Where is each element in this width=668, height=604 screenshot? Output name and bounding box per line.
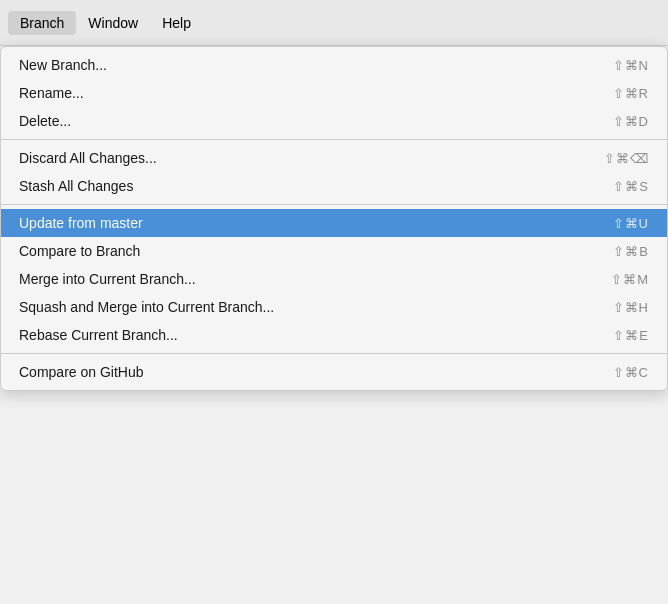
menu-item-label: Compare on GitHub	[19, 364, 144, 380]
menu-item-label: Merge into Current Branch...	[19, 271, 196, 287]
menu-item-label: Rename...	[19, 85, 84, 101]
menu-item-label: New Branch...	[19, 57, 107, 73]
menu-item-label: Stash All Changes	[19, 178, 133, 194]
menu-separator	[1, 204, 667, 205]
menu-bar: Branch Window Help	[0, 0, 668, 46]
menu-item-label: Update from master	[19, 215, 143, 231]
menu-item-rename-[interactable]: Rename...⇧⌘R	[1, 79, 667, 107]
menu-item-shortcut: ⇧⌘U	[613, 216, 649, 231]
menu-item-label: Discard All Changes...	[19, 150, 157, 166]
menu-item-label: Rebase Current Branch...	[19, 327, 178, 343]
menu-item-shortcut: ⇧⌘N	[613, 58, 649, 73]
menu-separator	[1, 139, 667, 140]
menu-bar-branch[interactable]: Branch	[8, 11, 76, 35]
menu-item-label: Squash and Merge into Current Branch...	[19, 299, 274, 315]
menu-separator	[1, 353, 667, 354]
menu-item-merge-into-current-branch-[interactable]: Merge into Current Branch...⇧⌘M	[1, 265, 667, 293]
menu-item-discard-all-changes-[interactable]: Discard All Changes...⇧⌘⌫	[1, 144, 667, 172]
menu-item-shortcut: ⇧⌘M	[611, 272, 649, 287]
menu-item-shortcut: ⇧⌘E	[613, 328, 649, 343]
menu-item-shortcut: ⇧⌘S	[613, 179, 649, 194]
menu-item-rebase-current-branch-[interactable]: Rebase Current Branch...⇧⌘E	[1, 321, 667, 349]
dropdown-menu: New Branch...⇧⌘NRename...⇧⌘RDelete...⇧⌘D…	[0, 46, 668, 391]
menu-item-shortcut: ⇧⌘⌫	[604, 151, 649, 166]
menu-item-shortcut: ⇧⌘D	[613, 114, 649, 129]
menu-item-compare-on-github[interactable]: Compare on GitHub⇧⌘C	[1, 358, 667, 386]
menu-item-shortcut: ⇧⌘C	[613, 365, 649, 380]
menu-item-shortcut: ⇧⌘R	[613, 86, 649, 101]
menu-item-update-from-master[interactable]: Update from master⇧⌘U	[1, 209, 667, 237]
menu-item-compare-to-branch[interactable]: Compare to Branch⇧⌘B	[1, 237, 667, 265]
menu-item-squash-and-merge-into-current-branch-[interactable]: Squash and Merge into Current Branch...⇧…	[1, 293, 667, 321]
menu-bar-help[interactable]: Help	[150, 11, 203, 35]
menu-item-stash-all-changes[interactable]: Stash All Changes⇧⌘S	[1, 172, 667, 200]
menu-item-label: Delete...	[19, 113, 71, 129]
menu-item-delete-[interactable]: Delete...⇧⌘D	[1, 107, 667, 135]
menu-item-new-branch-[interactable]: New Branch...⇧⌘N	[1, 51, 667, 79]
menu-bar-window[interactable]: Window	[76, 11, 150, 35]
menu-item-shortcut: ⇧⌘H	[613, 300, 649, 315]
menu-item-label: Compare to Branch	[19, 243, 140, 259]
menu-item-shortcut: ⇧⌘B	[613, 244, 649, 259]
